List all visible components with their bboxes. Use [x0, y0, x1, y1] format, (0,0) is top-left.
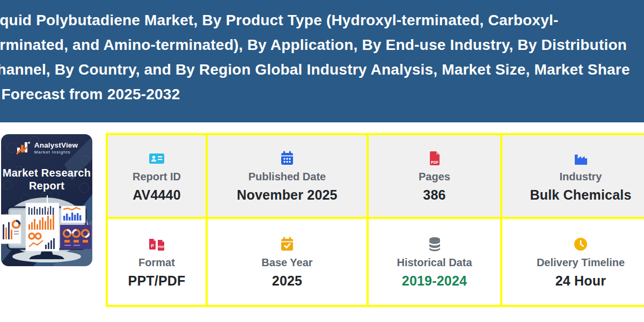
card-base-year: Base Year 2025	[208, 219, 367, 305]
card-value: AV4440	[133, 187, 181, 203]
clock-icon	[573, 235, 589, 252]
pdf-file-icon: PDF	[427, 149, 443, 166]
card-label: Format	[138, 257, 175, 269]
cover-title-line-1: Market Research	[1, 166, 92, 179]
id-card-icon	[148, 149, 165, 166]
card-value: PPT/PDF	[128, 273, 186, 289]
svg-text:PDF: PDF	[431, 160, 439, 164]
card-label: Industry	[560, 171, 602, 183]
card-delivery-timeline: Delivery Timeline 24 Hour	[502, 219, 644, 305]
analystview-logo: AnalystView Market Insights	[1, 141, 92, 155]
card-format: P PDF Format PPT/PDF	[108, 219, 206, 305]
cover-title-line-2: Report	[1, 179, 92, 192]
card-pages: PDF Pages 386	[369, 135, 500, 217]
cover-connector-line	[47, 195, 48, 211]
card-industry: Industry Bulk Chemicals	[502, 135, 644, 217]
svg-text:PDF: PDF	[158, 245, 165, 248]
card-label: Base Year	[261, 257, 312, 269]
report-title-line-2: terminated, and Amino-terminated), By Ap…	[0, 33, 630, 57]
report-cover-image: AnalystView Market Insights Market Resea…	[1, 134, 92, 266]
card-value: Bulk Chemicals	[530, 187, 632, 203]
analystview-logo-icon	[16, 141, 32, 155]
card-value: 2019-2024	[402, 273, 467, 289]
calendar-icon	[279, 149, 295, 166]
report-title-line-1: Liquid Polybutadiene Market, By Product …	[0, 8, 630, 33]
report-title-line-3: Channel, By Country, and By Region Globa…	[0, 57, 630, 82]
card-label: Historical Data	[397, 257, 472, 269]
cover-title: Market Research Report	[1, 166, 92, 192]
card-label: Published Date	[248, 171, 326, 183]
card-label: Delivery Timeline	[537, 257, 625, 269]
database-icon	[427, 235, 443, 252]
card-value: 24 Hour	[555, 273, 606, 289]
svg-text:P: P	[151, 243, 154, 248]
report-title: Liquid Polybutadiene Market, By Product …	[0, 8, 630, 107]
factory-icon	[573, 149, 589, 166]
report-title-line-4: & Forecast from 2025-2032	[0, 82, 630, 107]
card-historical-data: Historical Data 2019-2024	[369, 219, 500, 305]
card-value: 386	[423, 187, 445, 203]
calendar-check-icon	[279, 235, 295, 252]
ppt-pdf-files-icon: P PDF	[148, 235, 166, 252]
brand-tagline: Market Insights	[34, 150, 78, 155]
card-published-date: Published Date November 2025	[208, 135, 367, 217]
card-label: Pages	[419, 171, 450, 183]
report-title-banner: Liquid Polybutadiene Market, By Product …	[0, 0, 644, 122]
brand-name: AnalystView	[34, 142, 78, 149]
card-label: Report ID	[133, 171, 181, 183]
card-report-id: Report ID AV4440	[108, 135, 206, 217]
card-value: 2025	[272, 273, 302, 289]
report-meta-grid: Report ID AV4440 Published Date November…	[106, 133, 644, 307]
card-value: November 2025	[237, 187, 337, 203]
